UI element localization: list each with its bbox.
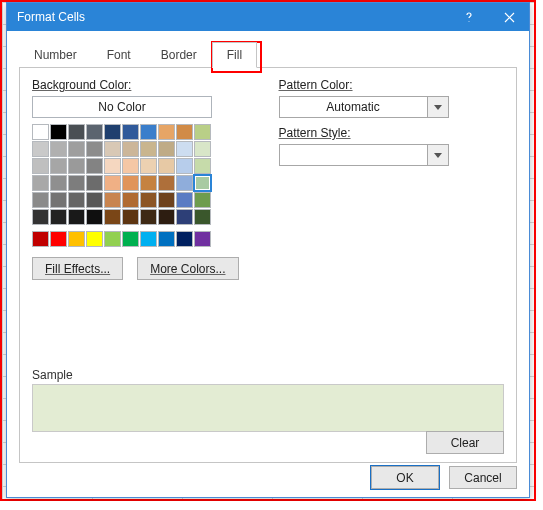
color-swatch[interactable]	[50, 124, 67, 140]
color-swatch[interactable]	[194, 124, 211, 140]
tab-font[interactable]: Font	[92, 42, 146, 68]
color-swatch[interactable]	[140, 175, 157, 191]
color-swatch[interactable]	[32, 209, 49, 225]
color-swatch[interactable]	[158, 158, 175, 174]
color-swatch[interactable]	[104, 124, 121, 140]
color-swatch[interactable]	[104, 175, 121, 191]
tab-fill[interactable]: Fill	[212, 42, 257, 68]
format-cells-dialog: Format Cells NumberFontBorderFill Backgr…	[6, 2, 530, 498]
color-swatch[interactable]	[140, 192, 157, 208]
pattern-color-label: Pattern Color:	[279, 78, 449, 92]
pattern-style-label: Pattern Style:	[279, 126, 449, 140]
color-palette	[32, 124, 211, 225]
color-swatch[interactable]	[32, 141, 49, 157]
standard-colors	[32, 231, 211, 247]
color-swatch[interactable]	[140, 158, 157, 174]
no-color-button[interactable]: No Color	[32, 96, 212, 118]
color-swatch[interactable]	[86, 141, 103, 157]
color-swatch[interactable]	[32, 231, 49, 247]
fill-panel: Background Color: No Color Fill Effects.…	[19, 67, 517, 463]
ok-button[interactable]: OK	[371, 466, 439, 489]
clear-button[interactable]: Clear	[426, 431, 504, 454]
color-swatch[interactable]	[176, 158, 193, 174]
color-swatch[interactable]	[176, 175, 193, 191]
color-swatch[interactable]	[104, 209, 121, 225]
close-button[interactable]	[489, 3, 529, 31]
tab-border[interactable]: Border	[146, 42, 212, 68]
color-swatch[interactable]	[176, 209, 193, 225]
color-swatch[interactable]	[194, 158, 211, 174]
color-swatch[interactable]	[176, 141, 193, 157]
pattern-style-combo[interactable]	[279, 144, 449, 166]
color-swatch[interactable]	[86, 175, 103, 191]
color-swatch[interactable]	[86, 124, 103, 140]
background-color-section: Background Color: No Color Fill Effects.…	[32, 78, 239, 280]
color-swatch[interactable]	[68, 209, 85, 225]
window-title: Format Cells	[17, 10, 449, 24]
color-swatch[interactable]	[32, 124, 49, 140]
titlebar[interactable]: Format Cells	[7, 3, 529, 31]
color-swatch[interactable]	[32, 192, 49, 208]
background-color-label: Background Color:	[32, 78, 239, 92]
color-swatch[interactable]	[32, 175, 49, 191]
color-swatch[interactable]	[194, 231, 211, 247]
color-swatch[interactable]	[68, 158, 85, 174]
color-swatch[interactable]	[50, 209, 67, 225]
color-swatch[interactable]	[194, 141, 211, 157]
color-swatch[interactable]	[68, 231, 85, 247]
chevron-down-icon	[427, 97, 448, 117]
color-swatch[interactable]	[86, 158, 103, 174]
color-swatch[interactable]	[194, 192, 211, 208]
tabs: NumberFontBorderFill	[19, 41, 517, 67]
color-swatch[interactable]	[86, 192, 103, 208]
color-swatch[interactable]	[122, 192, 139, 208]
color-swatch[interactable]	[140, 231, 157, 247]
color-swatch[interactable]	[122, 124, 139, 140]
color-swatch[interactable]	[194, 175, 211, 191]
cancel-button[interactable]: Cancel	[449, 466, 517, 489]
color-swatch[interactable]	[158, 209, 175, 225]
color-swatch[interactable]	[122, 175, 139, 191]
color-swatch[interactable]	[122, 209, 139, 225]
color-swatch[interactable]	[158, 175, 175, 191]
color-swatch[interactable]	[50, 141, 67, 157]
color-swatch[interactable]	[68, 192, 85, 208]
sample-preview	[32, 384, 504, 432]
color-swatch[interactable]	[86, 209, 103, 225]
color-swatch[interactable]	[140, 141, 157, 157]
color-swatch[interactable]	[50, 231, 67, 247]
color-swatch[interactable]	[158, 141, 175, 157]
color-swatch[interactable]	[176, 192, 193, 208]
color-swatch[interactable]	[122, 158, 139, 174]
color-swatch[interactable]	[122, 231, 139, 247]
color-swatch[interactable]	[176, 124, 193, 140]
color-swatch[interactable]	[194, 209, 211, 225]
color-swatch[interactable]	[104, 192, 121, 208]
color-swatch[interactable]	[68, 141, 85, 157]
color-swatch[interactable]	[104, 231, 121, 247]
color-swatch[interactable]	[140, 124, 157, 140]
pattern-section: Pattern Color: Automatic Pattern Style:	[279, 78, 449, 280]
color-swatch[interactable]	[50, 192, 67, 208]
color-swatch[interactable]	[68, 124, 85, 140]
more-colors-button[interactable]: More Colors...	[137, 257, 238, 280]
color-swatch[interactable]	[50, 158, 67, 174]
color-swatch[interactable]	[158, 192, 175, 208]
tab-number[interactable]: Number	[19, 42, 92, 68]
color-swatch[interactable]	[158, 124, 175, 140]
color-swatch[interactable]	[104, 158, 121, 174]
color-swatch[interactable]	[86, 231, 103, 247]
chevron-down-icon	[427, 145, 448, 165]
color-swatch[interactable]	[122, 141, 139, 157]
color-swatch[interactable]	[50, 175, 67, 191]
color-swatch[interactable]	[140, 209, 157, 225]
pattern-color-combo[interactable]: Automatic	[279, 96, 449, 118]
color-swatch[interactable]	[158, 231, 175, 247]
sample-label: Sample	[32, 368, 73, 382]
help-button[interactable]	[449, 3, 489, 31]
fill-effects-button[interactable]: Fill Effects...	[32, 257, 123, 280]
color-swatch[interactable]	[104, 141, 121, 157]
color-swatch[interactable]	[32, 158, 49, 174]
color-swatch[interactable]	[176, 231, 193, 247]
color-swatch[interactable]	[68, 175, 85, 191]
